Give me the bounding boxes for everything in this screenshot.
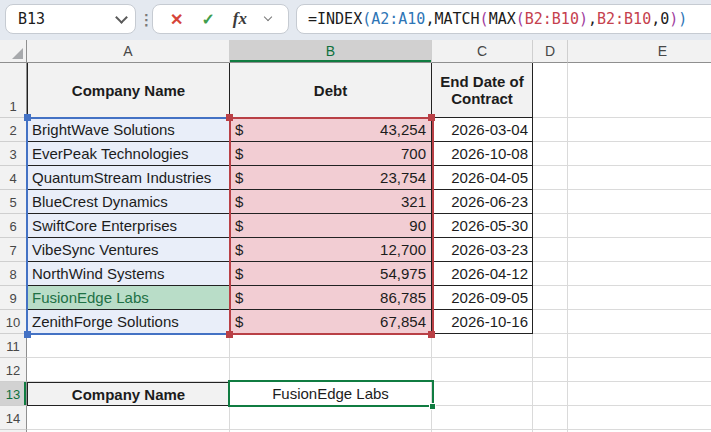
row-header-2[interactable]: 2 [0, 118, 27, 142]
row-header-8[interactable]: 8 [0, 262, 27, 286]
cell-A6[interactable]: SwiftCore Enterprises [27, 214, 230, 238]
insert-function-icon[interactable]: fx [233, 9, 247, 29]
formula-input[interactable]: =INDEX(A2:A10,MATCH(MAX(B2:B10),B2:B10,0… [296, 4, 711, 34]
cell-C1[interactable]: End Date of Contract [432, 63, 533, 118]
cell-C5[interactable]: 2026-06-23 [432, 190, 533, 214]
enter-icon[interactable]: ✓ [201, 10, 214, 29]
cell-A3[interactable]: EverPeak Technologies [27, 142, 230, 166]
cell-E2[interactable] [568, 118, 711, 142]
row-header-9[interactable]: 9 [0, 286, 27, 310]
fx-chevron-down-icon[interactable] [264, 13, 272, 21]
cell-E6[interactable] [568, 214, 711, 238]
col-header-B[interactable]: B [230, 40, 432, 63]
row-header-4[interactable]: 4 [0, 166, 27, 190]
cell-A12[interactable] [27, 358, 230, 382]
cell-E3[interactable] [568, 142, 711, 166]
cell-B9[interactable]: $86,785 [230, 286, 432, 310]
cell-E10[interactable] [568, 310, 711, 334]
cell-C4[interactable]: 2026-04-05 [432, 166, 533, 190]
select-all-corner[interactable] [0, 40, 27, 63]
cell-B11[interactable] [230, 334, 432, 358]
cell-B1[interactable]: Debt [230, 63, 432, 118]
row-header-3[interactable]: 3 [0, 142, 27, 166]
col-header-C[interactable]: C [432, 40, 533, 63]
cell-B10[interactable]: $67,854 [230, 310, 432, 334]
cell-C13[interactable] [432, 382, 533, 406]
cell-E14[interactable] [568, 406, 711, 430]
cell-E4[interactable] [568, 166, 711, 190]
cell-C3[interactable]: 2026-10-08 [432, 142, 533, 166]
cell-D9[interactable] [533, 286, 568, 310]
cancel-icon[interactable]: ✕ [170, 10, 183, 29]
cell-D11[interactable] [533, 334, 568, 358]
cell-D6[interactable] [533, 214, 568, 238]
cell-C8[interactable]: 2026-04-12 [432, 262, 533, 286]
cell-E8[interactable] [568, 262, 711, 286]
cell-E1[interactable] [568, 63, 711, 118]
row-header-1[interactable]: 1 [0, 63, 27, 118]
cell-E9[interactable] [568, 286, 711, 310]
cell-B13-active[interactable]: FusionEdge Labs [230, 382, 432, 406]
name-box-chevron-down-icon[interactable] [115, 11, 128, 24]
cell-B6[interactable]: $90 [230, 214, 432, 238]
cell-C14[interactable] [432, 406, 533, 430]
cell-D5[interactable] [533, 190, 568, 214]
cell-D14[interactable] [533, 406, 568, 430]
cell-B8[interactable]: $54,975 [230, 262, 432, 286]
cell-A8[interactable]: NorthWind Systems [27, 262, 230, 286]
cell-E12[interactable] [568, 358, 711, 382]
row-header-7[interactable]: 7 [0, 238, 27, 262]
row-header-13[interactable]: 13 [0, 382, 27, 406]
cell-A14[interactable] [27, 406, 230, 430]
cell-A9[interactable]: FusionEdge Labs [27, 286, 230, 310]
cell-A2[interactable]: BrightWave Solutions [27, 118, 230, 142]
cell-C12[interactable] [432, 358, 533, 382]
cell-B7[interactable]: $12,700 [230, 238, 432, 262]
cell-B2[interactable]: $43,254 [230, 118, 432, 142]
currency-symbol: $ [235, 217, 243, 234]
cell-B3[interactable]: $700 [230, 142, 432, 166]
row-header-5[interactable]: 5 [0, 190, 27, 214]
col-header-A[interactable]: A [27, 40, 230, 63]
cell-D13[interactable] [533, 382, 568, 406]
name-box[interactable]: B13 [5, 4, 136, 34]
debt-amount: 12,700 [380, 241, 426, 258]
cell-C2[interactable]: 2026-03-04 [432, 118, 533, 142]
row-header-12[interactable]: 12 [0, 358, 27, 382]
cell-B14[interactable] [230, 406, 432, 430]
cell-D12[interactable] [533, 358, 568, 382]
cell-B5[interactable]: $321 [230, 190, 432, 214]
cell-E13[interactable] [568, 382, 711, 406]
cell-A7[interactable]: VibeSync Ventures [27, 238, 230, 262]
cell-D10[interactable] [533, 310, 568, 334]
cell-A5[interactable]: BlueCrest Dynamics [27, 190, 230, 214]
col-header-D[interactable]: D [533, 40, 568, 63]
cell-E11[interactable] [568, 334, 711, 358]
cell-C10[interactable]: 2026-10-16 [432, 310, 533, 334]
cell-E5[interactable] [568, 190, 711, 214]
cell-D1[interactable] [533, 63, 568, 118]
cell-A10[interactable]: ZenithForge Solutions [27, 310, 230, 334]
cell-A1[interactable]: Company Name [27, 63, 230, 118]
cell-D8[interactable] [533, 262, 568, 286]
cell-B12[interactable] [230, 358, 432, 382]
cell-C11[interactable] [432, 334, 533, 358]
row-header-6[interactable]: 6 [0, 214, 27, 238]
row-header-14[interactable]: 14 [0, 406, 27, 430]
cell-C9[interactable]: 2026-09-05 [432, 286, 533, 310]
col-header-E[interactable]: E [568, 40, 711, 63]
cell-D4[interactable] [533, 166, 568, 190]
cell-A4[interactable]: QuantumStream Industries [27, 166, 230, 190]
cell-D7[interactable] [533, 238, 568, 262]
debt-amount: 23,754 [380, 169, 426, 186]
cell-A13[interactable]: Company Name [27, 382, 230, 406]
row-header-11[interactable]: 11 [0, 334, 27, 358]
cell-C6[interactable]: 2026-05-30 [432, 214, 533, 238]
cell-B4[interactable]: $23,754 [230, 166, 432, 190]
cell-A11[interactable] [27, 334, 230, 358]
cell-C7[interactable]: 2026-03-23 [432, 238, 533, 262]
cell-D3[interactable] [533, 142, 568, 166]
row-header-10[interactable]: 10 [0, 310, 27, 334]
cell-E7[interactable] [568, 238, 711, 262]
cell-D2[interactable] [533, 118, 568, 142]
